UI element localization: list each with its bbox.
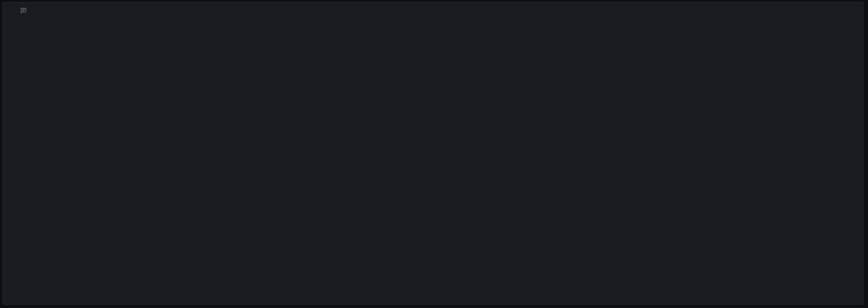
graph-panel bbox=[3, 2, 863, 304]
legend bbox=[11, 290, 858, 300]
time-series-chart bbox=[3, 3, 863, 304]
dashboard-page bbox=[0, 0, 868, 308]
